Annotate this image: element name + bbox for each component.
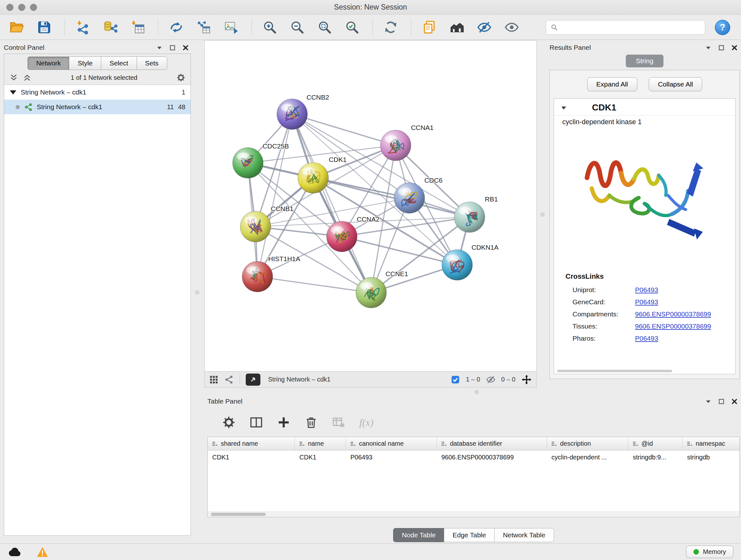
tree-expand-icon[interactable] (10, 90, 16, 95)
edge-HIST1H1A-CCNE1[interactable] (258, 277, 371, 293)
node-CCNE1[interactable] (356, 277, 387, 308)
collapse-section-icon[interactable] (560, 105, 567, 111)
copy-documents-button[interactable] (421, 18, 437, 37)
expand-all-button[interactable]: Expand All (587, 77, 637, 91)
window-minimize-button[interactable] (18, 4, 25, 11)
cell-description[interactable]: cyclin-dependent ... (547, 454, 628, 461)
export-image-button[interactable] (223, 18, 239, 37)
save-session-button[interactable] (36, 18, 52, 37)
network-canvas[interactable]: CCNB2CCNA1CDC25BCDK1CDC6RB1CCNB1CCNA2CDK… (204, 40, 537, 372)
pan-move-icon[interactable] (521, 374, 532, 385)
node-CDC25B[interactable] (232, 147, 263, 178)
column-header[interactable]: description (547, 437, 628, 450)
hidden-eye-slash-icon[interactable] (486, 375, 495, 384)
tab-select[interactable]: Select (101, 57, 137, 70)
import-network-database-button[interactable] (102, 18, 118, 37)
close-panel-icon[interactable] (731, 398, 738, 405)
network-row[interactable]: String Network – cdk1 11 48 (4, 100, 191, 114)
edge-CCNB2-CCNE1[interactable] (292, 114, 371, 293)
node-CDK1[interactable] (298, 163, 328, 193)
window-close-button[interactable] (6, 4, 13, 11)
tab-edge-table[interactable]: Edge Table (444, 528, 495, 542)
node-CDC6[interactable] (394, 183, 425, 213)
tab-network[interactable]: Network (27, 57, 69, 70)
float-panel-icon[interactable] (156, 44, 163, 51)
delete-column-trash-icon[interactable] (305, 416, 318, 429)
node-CDKN1A[interactable] (442, 250, 473, 280)
cell-name[interactable]: CDK1 (295, 454, 346, 461)
cell-id[interactable]: stringdb:9... (628, 454, 683, 461)
node-CCNA2[interactable] (327, 221, 357, 252)
table-settings-gear-icon[interactable] (222, 416, 235, 429)
tab-sets[interactable]: Sets (137, 57, 167, 70)
open-file-button[interactable] (8, 18, 25, 37)
splitter-handle[interactable] (475, 390, 479, 394)
network-share-icon[interactable] (224, 375, 234, 384)
column-header[interactable]: namespac (683, 437, 739, 450)
crosslink-pharos-link[interactable]: P06493 (635, 334, 658, 342)
cell-database-identifier[interactable]: 9606.ENSP00000378699 (437, 454, 547, 461)
cell-shared-name[interactable]: CDK1 (208, 454, 295, 461)
warning-icon[interactable] (37, 547, 49, 557)
add-column-icon[interactable] (277, 416, 290, 429)
crosslink-genecard-link[interactable]: P06493 (635, 298, 658, 306)
collapse-all-button[interactable]: Collapse All (649, 77, 702, 91)
collapse-all-icon[interactable] (9, 73, 18, 82)
maximize-panel-icon[interactable] (718, 44, 725, 51)
memory-button[interactable]: Memory (686, 546, 733, 558)
network-table-button[interactable] (195, 18, 212, 37)
cloud-icon[interactable] (8, 547, 22, 557)
edge-CCNB2-CCNA1[interactable] (292, 114, 395, 145)
results-scrollbar[interactable] (557, 370, 672, 372)
show-graphics-details-button[interactable] (503, 18, 520, 37)
tab-node-table[interactable]: Node Table (393, 528, 444, 542)
selected-checkbox-icon[interactable] (451, 375, 460, 384)
zoom-out-button[interactable] (289, 18, 306, 37)
crosslink-compartments-link[interactable]: 9606.ENSP00000378699 (635, 310, 711, 318)
network-arrows-button[interactable] (168, 18, 185, 37)
gear-icon[interactable] (177, 73, 185, 82)
maximize-panel-icon[interactable] (718, 398, 725, 405)
zoom-selected-button[interactable] (344, 18, 360, 37)
refresh-button[interactable] (382, 18, 399, 37)
expand-all-icon[interactable] (23, 73, 31, 82)
tab-string[interactable]: String (626, 55, 664, 67)
tab-network-table[interactable]: Network Table (494, 528, 554, 542)
search-input[interactable] (561, 23, 700, 31)
cell-namespace[interactable]: stringdb (683, 454, 739, 461)
crosslink-tissues-link[interactable]: 9606.ENSP00000378699 (635, 322, 711, 330)
table-row[interactable]: CDK1 CDK1 P06493 9606.ENSP00000378699 cy… (208, 450, 739, 464)
edge-CCNB2-HIST1H1A[interactable] (258, 114, 292, 277)
show-columns-icon[interactable] (250, 416, 263, 429)
table-horizontal-scrollbar[interactable] (208, 511, 739, 517)
window-zoom-button[interactable] (30, 4, 37, 11)
help-button[interactable]: ? (715, 20, 730, 35)
import-table-button[interactable] (129, 18, 146, 37)
network-collection-row[interactable]: String Network – cdk1 1 (4, 85, 191, 100)
node-HIST1H1A[interactable] (242, 261, 273, 292)
column-header[interactable]: shared name (208, 437, 295, 450)
float-panel-icon[interactable] (705, 44, 712, 51)
column-header[interactable]: @id (628, 437, 683, 450)
tab-style[interactable]: Style (69, 57, 101, 70)
hide-graphics-details-button[interactable] (476, 18, 492, 37)
node-RB1[interactable] (454, 202, 485, 233)
zoom-fit-button[interactable] (316, 18, 333, 37)
float-panel-icon[interactable] (705, 398, 712, 405)
open-in-new-button[interactable] (246, 374, 260, 386)
splitter-handle[interactable] (541, 212, 544, 216)
column-header[interactable]: canonical name (346, 437, 437, 450)
zoom-in-button[interactable] (261, 18, 278, 37)
column-header[interactable]: name (295, 437, 346, 450)
splitter-handle[interactable] (195, 291, 199, 294)
import-network-file-button[interactable] (74, 18, 91, 37)
node-CCNB1[interactable] (240, 211, 271, 242)
crosslink-uniprot-link[interactable]: P06493 (635, 286, 658, 294)
node-CCNA1[interactable] (381, 130, 411, 161)
browser-home-button[interactable] (448, 18, 465, 37)
close-panel-icon[interactable] (731, 44, 738, 51)
birdseye-grid-icon[interactable] (209, 375, 219, 384)
cell-canonical-name[interactable]: P06493 (346, 454, 437, 461)
scrollbar-thumb[interactable] (211, 513, 266, 516)
maximize-panel-icon[interactable] (169, 44, 176, 51)
